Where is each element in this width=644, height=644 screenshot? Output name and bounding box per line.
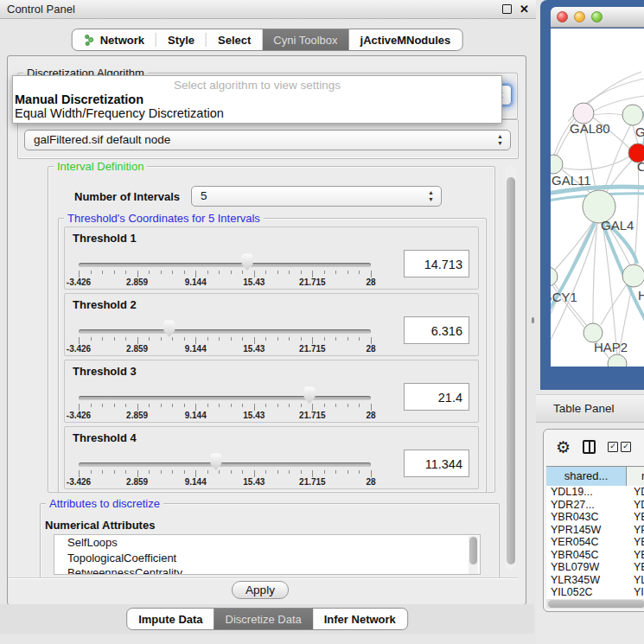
split-columns-icon[interactable]: [583, 440, 596, 454]
panel-vertical-scrollbar[interactable]: [505, 166, 516, 571]
close-traffic-light-icon[interactable]: [557, 11, 568, 22]
tab-style[interactable]: Style: [156, 29, 206, 50]
attribute-list-item[interactable]: BetweennessCentrality: [54, 565, 480, 575]
tab-cyni-toolbox[interactable]: Cyni Toolbox: [262, 29, 348, 50]
table-row[interactable]: YBR045CYBR0...: [546, 549, 644, 562]
threshold-value-box[interactable]: 14.713: [404, 250, 469, 277]
network-edge[interactable]: [594, 114, 622, 116]
cell-shared-name[interactable]: YPR145W: [546, 524, 626, 537]
cell-shared-name[interactable]: YBR043C: [546, 511, 626, 524]
node-label: G: [635, 124, 644, 139]
threshold-value-box[interactable]: 11.344: [404, 450, 469, 477]
cell-shared-name[interactable]: YIL052C: [546, 586, 626, 599]
table-row[interactable]: YDL19...YDL1...: [546, 486, 644, 499]
table-row[interactable]: YER054CYER0...: [546, 536, 644, 549]
network-edge[interactable]: [634, 163, 639, 265]
column-header-name[interactable]: n...: [627, 467, 644, 486]
number-of-intervals-combobox[interactable]: 5 ▲▼: [191, 186, 442, 207]
network-canvas[interactable]: GAL80GCGAL11GAL4GCY1HHAP2: [551, 29, 644, 367]
algorithm-item-manual[interactable]: Manual Discretization: [13, 92, 501, 106]
apply-button[interactable]: Apply: [232, 581, 289, 599]
node-label: GCY1: [551, 290, 577, 304]
tab-select-label: Select: [218, 34, 251, 47]
cell-name[interactable]: YER0...: [626, 536, 644, 549]
close-icon[interactable]: ✕: [520, 4, 529, 15]
cell-name[interactable]: YDL1...: [626, 486, 644, 499]
tab-infer-network[interactable]: Infer Network: [313, 609, 407, 629]
network-node[interactable]: [608, 354, 627, 367]
table-row[interactable]: YBR043CYBR0...: [546, 511, 644, 524]
cell-shared-name[interactable]: YBR045C: [546, 549, 626, 562]
cell-name[interactable]: YBR0...: [626, 549, 644, 562]
tab-jactivemnodules[interactable]: jActiveMNodules: [349, 29, 462, 50]
threshold-value-box[interactable]: 21.4: [404, 383, 469, 411]
table-data-combobox[interactable]: galFiltered.sif default node ▲▼: [24, 130, 511, 150]
network-view-window: GAL80GCGAL11GAL4GCY1HHAP2: [540, 0, 644, 390]
attribute-list-item[interactable]: TopologicalCoefficient: [54, 551, 480, 566]
cell-name[interactable]: YBL0...: [626, 561, 644, 574]
control-panel-tabs: Network Style Select Cyni Toolbox jActiv…: [72, 29, 463, 51]
network-node[interactable]: [622, 265, 644, 287]
table-row[interactable]: YDR27...YDR2...: [546, 499, 644, 512]
tick-label: 2.859: [126, 411, 148, 420]
table-row[interactable]: YIL052CYIL0...: [546, 586, 644, 599]
tab-select[interactable]: Select: [207, 29, 262, 50]
threshold-slider[interactable]: -3.4262.8599.14415.4321.71528: [79, 360, 371, 422]
app-root: Control Panel ✕ Network Style Select Cyn…: [0, 0, 644, 644]
algorithm-placeholder-item[interactable]: Select algorithm to view settings: [13, 78, 501, 92]
cell-shared-name[interactable]: YLR345W: [546, 574, 626, 587]
cell-shared-name[interactable]: YDL19...: [546, 486, 626, 499]
table-panel-titlebar: Table Panel: [536, 394, 644, 423]
cell-name[interactable]: YDR2...: [626, 499, 644, 512]
checkbox-icon[interactable]: ✓: [621, 442, 631, 452]
slider-track[interactable]: [79, 329, 371, 334]
panel-scrollbar-thumb[interactable]: [507, 177, 515, 564]
slider-track[interactable]: [79, 263, 371, 267]
slider-thumb[interactable]: [163, 320, 176, 337]
cell-name[interactable]: YPR1...: [626, 524, 644, 537]
network-graph[interactable]: GAL80GCGAL11GAL4GCY1HHAP2: [551, 29, 644, 367]
gear-icon[interactable]: ⚙: [556, 439, 571, 456]
attributes-list-scrollbar[interactable]: [469, 536, 478, 574]
minimize-traffic-light-icon[interactable]: [574, 11, 585, 22]
network-node[interactable]: [551, 267, 558, 286]
slider-thumb[interactable]: [209, 453, 223, 470]
attribute-list-item[interactable]: SelfLoops: [54, 535, 480, 551]
tab-impute-data[interactable]: Impute Data: [127, 609, 214, 629]
slider-track[interactable]: [79, 462, 371, 467]
slider-thumb[interactable]: [303, 386, 316, 404]
slider-thumb[interactable]: [240, 253, 254, 271]
cell-name[interactable]: YLR3...: [626, 574, 644, 587]
network-window-titlebar[interactable]: [551, 7, 644, 28]
float-window-icon[interactable]: [502, 4, 512, 14]
network-node[interactable]: [622, 105, 643, 125]
checkbox-icon[interactable]: ✓: [608, 442, 618, 452]
table-row[interactable]: YBL079WYBL0...: [546, 561, 644, 574]
table-row[interactable]: YLR345WYLR3...: [546, 574, 644, 587]
threshold-slider[interactable]: -3.4262.8599.14415.4321.71528: [79, 427, 371, 488]
column-checkboxes[interactable]: ✓ ✓: [608, 442, 631, 452]
tab-network[interactable]: Network: [73, 29, 156, 50]
cell-name[interactable]: YBR0...: [626, 511, 644, 524]
network-node[interactable]: [551, 155, 563, 174]
threshold-slider[interactable]: -3.4262.8599.14415.4321.71528: [79, 294, 371, 355]
threshold-slider[interactable]: -3.4262.8599.14415.4321.71528: [79, 227, 371, 289]
column-header-shared-name[interactable]: shared...: [546, 467, 627, 486]
network-edge[interactable]: [562, 156, 629, 169]
numerical-attributes-list[interactable]: SelfLoopsTopologicalCoefficientBetweenne…: [54, 534, 481, 575]
slider-track[interactable]: [79, 396, 371, 400]
attributes-scrollbar-thumb[interactable]: [469, 537, 477, 564]
table-row[interactable]: YPR145WYPR1...: [546, 524, 644, 537]
table-horizontal-scrollbar[interactable]: [546, 599, 644, 609]
cell-name[interactable]: YIL0...: [626, 586, 644, 599]
network-edge[interactable]: [551, 223, 597, 340]
algorithm-item-equal-width[interactable]: Equal Width/Frequency Discretization: [13, 106, 501, 120]
cell-shared-name[interactable]: YER054C: [546, 536, 626, 549]
tab-discretize-data[interactable]: Discretize Data: [214, 609, 313, 629]
cell-shared-name[interactable]: YDR27...: [546, 499, 626, 512]
zoom-traffic-light-icon[interactable]: [591, 11, 603, 22]
splitter-handle[interactable]: [532, 317, 534, 323]
threshold-value-box[interactable]: 6.316: [404, 316, 469, 344]
cell-shared-name[interactable]: YBL079W: [546, 561, 626, 574]
table-scrollbar-thumb[interactable]: [548, 600, 644, 608]
